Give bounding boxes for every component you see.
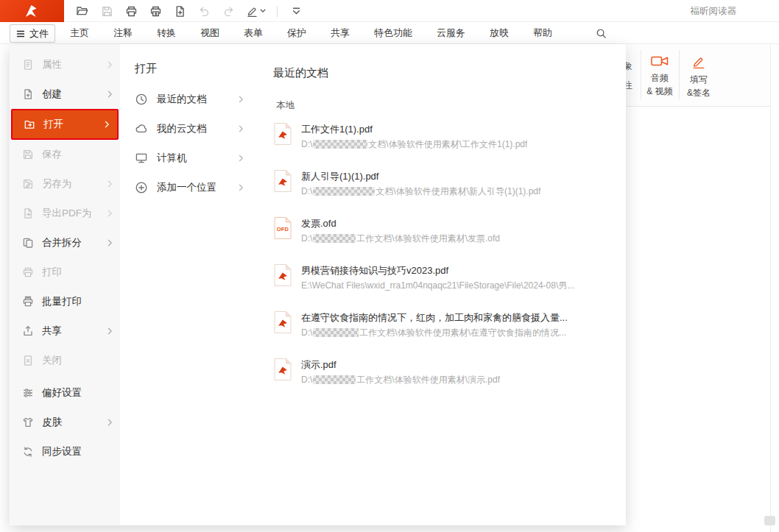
print-icon bbox=[22, 266, 34, 278]
file-path: D:\工作文档\体验软件使用素材\发票.ofd bbox=[301, 233, 500, 244]
recent-file-entry[interactable]: 演示.pdf D:\工作文档\体验软件使用素材\演示.pdf bbox=[273, 358, 608, 386]
sidebar-item-share[interactable]: 共享 bbox=[10, 316, 120, 346]
tab-features[interactable]: 特色功能 bbox=[374, 26, 412, 40]
file-path-suffix: 工作文档\体验软件使用素材\在遵守饮食指南的情况... bbox=[359, 327, 566, 338]
sidebar-item-label: 保存 bbox=[42, 148, 62, 161]
tab-help[interactable]: 帮助 bbox=[533, 26, 552, 40]
sidebar-item-merge-split[interactable]: 合并拆分 bbox=[10, 228, 120, 258]
customize-toolbar-chevron-icon[interactable] bbox=[287, 2, 305, 20]
recent-documents-panel: 最近的文档 本地 工作文件1(1).pdf D:\文档\体验软件使用素材\工作文… bbox=[254, 44, 626, 525]
sidebar-item-print[interactable]: 打印 bbox=[10, 258, 120, 287]
create-icon bbox=[22, 88, 34, 100]
sidebar-item-label: 导出PDF为 bbox=[42, 207, 92, 220]
audio-video-button[interactable]: 音频 & 视频 bbox=[643, 50, 677, 103]
redacted-path-segment bbox=[313, 375, 356, 384]
file-path: E:\WeChat Files\wxid_rra1m04nqaqc21\File… bbox=[301, 280, 574, 291]
chevron-right-icon bbox=[107, 419, 113, 426]
open-item-my-cloud-documents[interactable]: 我的云文档 bbox=[120, 114, 254, 143]
ofd-badge: OFD bbox=[273, 226, 292, 233]
file-path-suffix: 文档\体验软件使用素材\新人引导(1)(1).pdf bbox=[376, 186, 540, 196]
pdf-file-icon bbox=[273, 169, 292, 193]
panel-toggle-button[interactable] bbox=[764, 516, 775, 525]
recent-file-entry[interactable]: OFD 发票.ofd D:\工作文档\体验软件使用素材\发票.ofd bbox=[273, 216, 608, 244]
tab-home[interactable]: 主页 bbox=[70, 26, 89, 40]
file-path-prefix: E:\WeChat Files\wxid_rra1m04nqaqc21\File… bbox=[301, 280, 574, 291]
open-item-computer[interactable]: 计算机 bbox=[120, 143, 254, 173]
sidebar-item-batch-print[interactable]: 批量打印 bbox=[10, 287, 120, 316]
file-path-prefix: D:\ bbox=[301, 233, 312, 244]
chevron-right-icon bbox=[107, 61, 113, 68]
batch-print-icon bbox=[22, 296, 34, 308]
quick-print-icon[interactable] bbox=[147, 2, 164, 20]
open-panel-title: 打开 bbox=[135, 62, 254, 76]
foxit-logo bbox=[0, 0, 64, 22]
sidebar-item-preferences[interactable]: 偏好设置 bbox=[10, 378, 120, 408]
close-document-icon bbox=[22, 355, 34, 366]
sidebar-item-export-pdf[interactable]: 导出PDF为 bbox=[10, 199, 120, 228]
file-name: 新人引导(1)(1).pdf bbox=[301, 170, 540, 182]
sidebar-item-properties[interactable]: 属性 bbox=[10, 50, 120, 79]
file-menu-button[interactable]: 文件 bbox=[10, 24, 55, 43]
file-path-prefix: D:\ bbox=[301, 139, 312, 149]
recent-file-entry[interactable]: 在遵守饮食指南的情况下，红肉，加工肉和家禽的膳食摄入量... D:\工作文档\体… bbox=[273, 311, 608, 338]
file-name: 演示.pdf bbox=[301, 358, 500, 371]
ribbon-divider bbox=[641, 50, 641, 100]
chevron-right-icon bbox=[107, 239, 113, 247]
ribbon-divider bbox=[679, 50, 680, 100]
preferences-icon bbox=[22, 387, 34, 399]
redacted-path-segment bbox=[313, 187, 375, 196]
chevron-right-icon bbox=[107, 180, 113, 188]
tab-convert[interactable]: 转换 bbox=[157, 26, 176, 40]
scrollbar-track-edge bbox=[770, 44, 771, 532]
recent-group-label: 本地 bbox=[276, 99, 608, 112]
undo-icon[interactable] bbox=[195, 2, 213, 20]
tab-comment[interactable]: 注释 bbox=[113, 26, 133, 40]
recent-file-entry[interactable]: 男模营销接待知识与技巧v2023.pdf E:\WeChat Files\wxi… bbox=[273, 263, 608, 291]
audio-video-label-1: 音频 bbox=[651, 73, 669, 84]
file-name: 男模营销接待知识与技巧v2023.pdf bbox=[301, 264, 574, 277]
sidebar-item-open[interactable]: 打开 bbox=[11, 109, 119, 140]
sidebar-item-skin[interactable]: 皮肤 bbox=[10, 408, 120, 437]
toolbar-divider bbox=[277, 6, 278, 17]
save-as-icon bbox=[22, 178, 34, 190]
chevron-right-icon bbox=[107, 210, 113, 217]
redo-icon[interactable] bbox=[219, 2, 237, 20]
skin-icon bbox=[22, 416, 34, 428]
chevron-right-icon bbox=[105, 121, 110, 128]
save-icon[interactable] bbox=[98, 2, 116, 20]
ribbon-tabs: 主页 注释 转换 视图 表单 保护 共享 特色功能 云服务 放映 帮助 bbox=[70, 22, 607, 44]
open-item-recent-documents[interactable]: 最近的文档 bbox=[120, 85, 254, 114]
open-item-add-a-place[interactable]: 添加一个位置 bbox=[120, 173, 254, 202]
menu-bar: 文件 主页 注释 转换 视图 表单 保护 共享 特色功能 云服务 放映 帮助 bbox=[0, 22, 779, 44]
tab-cloud[interactable]: 云服务 bbox=[437, 26, 465, 40]
ink-sign-icon[interactable] bbox=[244, 2, 267, 20]
cloud-icon bbox=[135, 122, 148, 135]
redacted-path-segment bbox=[313, 140, 367, 149]
sidebar-item-save[interactable]: 保存 bbox=[10, 140, 120, 169]
recent-file-entry[interactable]: 工作文件1(1).pdf D:\文档\体验软件使用素材\工作文件1(1).pdf bbox=[273, 122, 608, 150]
sidebar-item-label: 皮肤 bbox=[42, 416, 62, 429]
dropdown-caret-icon bbox=[260, 9, 266, 13]
recent-panel-title: 最近的文档 bbox=[273, 66, 608, 80]
open-folder-icon[interactable] bbox=[74, 2, 91, 20]
file-path: D:\工作文档\体验软件使用素材\在遵守饮食指南的情况... bbox=[301, 327, 568, 338]
tab-form[interactable]: 表单 bbox=[244, 26, 263, 40]
search-icon[interactable] bbox=[596, 28, 607, 39]
chevron-right-icon bbox=[239, 125, 244, 132]
sidebar-item-label: 另存为 bbox=[42, 177, 72, 191]
pdf-file-icon bbox=[273, 263, 292, 287]
sidebar-item-close[interactable]: 关闭 bbox=[10, 346, 120, 375]
tab-protect[interactable]: 保护 bbox=[287, 26, 306, 40]
tab-share[interactable]: 共享 bbox=[331, 26, 350, 40]
file-path-suffix: 工作文档\体验软件使用素材\演示.pdf bbox=[356, 375, 500, 385]
sidebar-item-save-as[interactable]: 另存为 bbox=[10, 169, 120, 199]
tab-present[interactable]: 放映 bbox=[490, 26, 509, 40]
tab-view[interactable]: 视图 bbox=[200, 26, 219, 40]
create-pdf-icon[interactable] bbox=[171, 2, 188, 20]
sidebar-item-sync-settings[interactable]: 同步设置 bbox=[10, 437, 120, 467]
sidebar-item-create[interactable]: 创建 bbox=[10, 79, 120, 109]
recent-file-entry[interactable]: 新人引导(1)(1).pdf D:\文档\体验软件使用素材\新人引导(1)(1)… bbox=[273, 169, 608, 197]
print-icon[interactable] bbox=[122, 2, 140, 20]
file-menu-label: 文件 bbox=[29, 27, 49, 40]
fill-sign-button[interactable]: 填写 &签名 bbox=[682, 50, 716, 103]
